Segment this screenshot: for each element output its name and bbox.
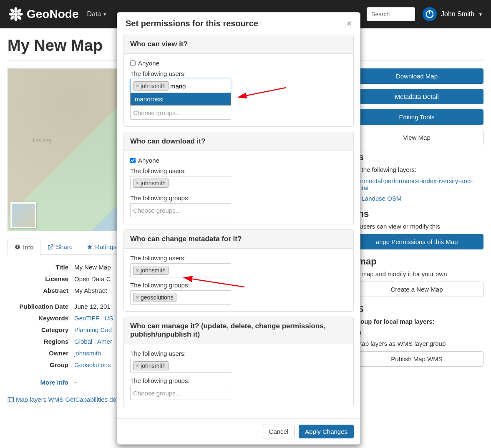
user-autocomplete-dropdown: mariorossi [130, 93, 231, 106]
manage-groups-input[interactable] [133, 390, 228, 397]
following-groups-label: The following groups: [130, 194, 347, 201]
panel-view: Who can view it? Anyone The following us… [123, 35, 354, 127]
following-users-label: The following users: [130, 350, 347, 357]
user-tag: ×johnsmith [133, 81, 169, 91]
panel-manage-heading: Who can manage it? (update, delete, chan… [124, 317, 353, 344]
region-link[interactable]: Global [74, 338, 92, 345]
nav-data[interactable]: Data ▼ [87, 10, 107, 18]
user-tag: ×johnsmith [133, 179, 169, 188]
user-name: John Smith [441, 10, 474, 18]
owner-link[interactable]: johnsmith [74, 350, 101, 357]
meta-license-label: License [8, 274, 74, 284]
layer-link[interactable]: vironmental-performance-index-iversity-a… [350, 177, 483, 191]
svg-point-0 [14, 13, 18, 16]
following-users-label: The following users: [130, 70, 347, 77]
metadata-users-tagbox[interactable]: ×johnsmith [130, 263, 231, 277]
download-users-tagbox[interactable]: ×johnsmith [130, 176, 231, 190]
wms-desc: al map layers as WMS layer group [350, 340, 483, 347]
star-icon [87, 244, 93, 250]
metadata-groups-tagbox[interactable]: ×geosolutions [130, 290, 231, 305]
panel-download: Who can download it? Anyone The followin… [123, 132, 354, 224]
view-map-button[interactable]: View Map [350, 130, 483, 145]
meta-keywords-label: Keywords [8, 313, 74, 323]
meta-category-label: Category [8, 325, 74, 335]
copy-text: this map and modify it for your own [350, 270, 483, 277]
meta-regions-label: Regions [8, 337, 74, 347]
user-tag: ×johnsmith [133, 266, 169, 275]
close-icon[interactable]: × [347, 19, 352, 28]
power-icon [425, 10, 434, 19]
chevron-down-icon: ▼ [478, 12, 483, 17]
download-anyone-checkbox[interactable] [130, 158, 136, 163]
panel-view-heading: Who can view it? [124, 35, 353, 54]
view-users-input[interactable] [170, 83, 228, 90]
meta-pubdate-label: Publication Date [8, 302, 74, 312]
following-users-label: The following users: [130, 254, 347, 262]
following-users-label: The following users: [130, 167, 347, 174]
panel-metadata: Who can change metadata for it? The foll… [123, 229, 354, 312]
map-icon [8, 396, 14, 403]
panel-download-heading: Who can download it? [124, 132, 353, 151]
chevron-down-icon: ▼ [103, 12, 107, 17]
user-menu[interactable]: John Smith ▼ [423, 7, 483, 21]
layers-text: ses the following layers: [350, 166, 483, 173]
mini-map-thumbnail[interactable] [10, 202, 36, 228]
view-anyone-checkbox[interactable] [130, 60, 136, 66]
remove-tag-icon[interactable]: × [136, 83, 139, 89]
wms-heading: MS [350, 304, 483, 315]
more-info-link[interactable]: More info [40, 379, 69, 386]
view-groups-tagbox[interactable] [130, 106, 231, 120]
permissions-heading: ions [350, 209, 483, 219]
create-new-map-button[interactable]: Create a New Map [350, 282, 483, 297]
view-groups-input[interactable] [133, 109, 228, 116]
autocomplete-option[interactable]: mariorossi [131, 93, 231, 105]
download-groups-input[interactable] [133, 207, 228, 214]
remove-tag-icon[interactable]: × [136, 180, 139, 186]
remove-tag-icon[interactable]: × [136, 363, 139, 369]
keyword-link[interactable]: GeoTIFF [74, 315, 99, 322]
permissions-text: ich users can view or modify this [350, 223, 483, 230]
editing-tools-button[interactable]: Editing Tools [350, 109, 483, 125]
following-groups-label: The following groups: [130, 377, 347, 384]
panel-metadata-heading: Who can change metadata for it? [124, 230, 353, 249]
keyword-link[interactable]: US [105, 315, 113, 322]
svg-text:i: i [17, 245, 18, 249]
change-permissions-button[interactable]: ange Permissions of this Map [350, 234, 483, 249]
tab-info[interactable]: i Info [8, 239, 40, 255]
group-tag: ×geosolutions [133, 293, 176, 302]
search-input[interactable] [367, 7, 415, 21]
nav-menu: Data ▼ [87, 10, 107, 18]
metadata-detail-button[interactable]: Metadata Detail [350, 89, 483, 104]
download-groups-tagbox[interactable] [130, 203, 231, 217]
wms-text: r group for local map layers: [350, 318, 483, 325]
view-users-tagbox[interactable]: ×johnsmith mariorossi [130, 79, 231, 93]
download-map-button[interactable]: Download Map [350, 68, 483, 84]
publish-wms-button[interactable]: Publish Map WMS [350, 351, 483, 367]
flower-icon [8, 7, 23, 22]
region-link[interactable]: Amer [97, 338, 112, 345]
svg-point-4 [18, 13, 23, 15]
meta-title-label: Title [8, 262, 74, 272]
manage-groups-tagbox[interactable] [130, 386, 231, 400]
remove-tag-icon[interactable]: × [136, 267, 139, 273]
svg-point-1 [14, 7, 17, 13]
map-city-label: Los Ang [33, 138, 51, 143]
share-icon [48, 244, 53, 250]
category-link[interactable]: Planning Cad [74, 326, 112, 333]
remove-tag-icon[interactable]: × [136, 294, 139, 300]
group-link[interactable]: Geosolutions [74, 361, 111, 368]
sidebar: Download Map Metadata Detail Editing Too… [350, 68, 483, 403]
anyone-label: Anyone [138, 60, 159, 67]
layer-link[interactable]: sco Landuse OSM [350, 195, 483, 202]
modal-title: Set permissions for this resource [126, 19, 258, 28]
tab-share[interactable]: Share [40, 239, 80, 254]
info-icon: i [15, 244, 20, 250]
brand-logo[interactable]: GeoNode [8, 7, 78, 22]
user-tag: ×johnsmith [133, 361, 169, 370]
following-groups-label: The following groups: [130, 282, 347, 289]
manage-users-tagbox[interactable]: ×johnsmith [130, 359, 231, 373]
svg-point-2 [14, 16, 17, 22]
brand-text: GeoNode [27, 8, 78, 21]
svg-point-3 [9, 13, 14, 15]
permissions-modal: Set permissions for this resource × Who … [117, 12, 360, 411]
